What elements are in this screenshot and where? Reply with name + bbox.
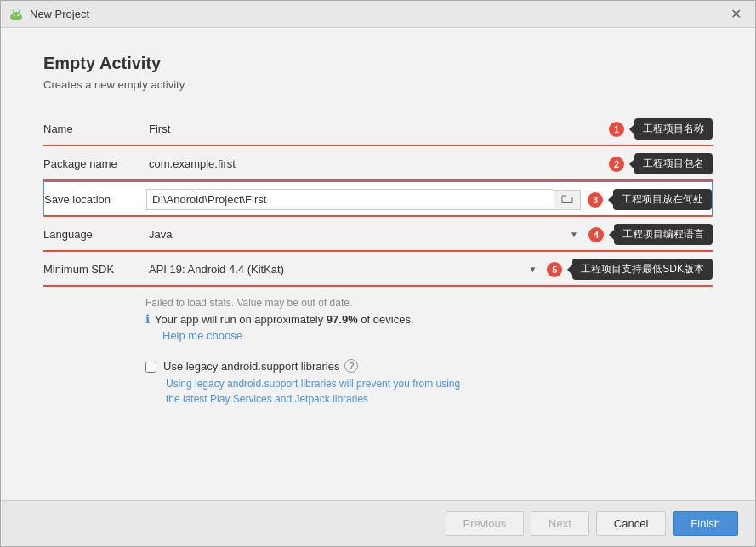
sdk-badge: 5 bbox=[547, 262, 562, 277]
package-badge: 2 bbox=[609, 157, 624, 172]
package-label: Package name bbox=[43, 157, 145, 170]
help-me-choose-link[interactable]: Help me choose bbox=[162, 329, 242, 342]
next-button[interactable]: Next bbox=[531, 511, 589, 536]
legacy-checkbox-label: Use legacy android.support libraries ? bbox=[163, 359, 358, 373]
svg-point-4 bbox=[14, 14, 15, 16]
sdk-info-section: Failed to load stats. Value may be out o… bbox=[43, 297, 713, 342]
sdk-select[interactable]: API 19: Android 4.4 (KitKat) API 21: And… bbox=[145, 261, 540, 277]
legacy-checkbox-row: Use legacy android.support libraries ? bbox=[145, 359, 713, 373]
info-icon: ℹ bbox=[145, 312, 150, 326]
save-label: Save location bbox=[44, 193, 146, 206]
name-field bbox=[145, 121, 602, 137]
language-label: Language bbox=[43, 228, 145, 241]
package-field bbox=[145, 156, 602, 172]
sdk-info-text: Your app will run on approximately 97.9%… bbox=[155, 313, 414, 326]
android-icon bbox=[9, 8, 23, 21]
sdk-percent: 97.9% bbox=[327, 313, 358, 326]
language-select[interactable]: Java Kotlin bbox=[145, 226, 582, 242]
sdk-devices-row: ℹ Your app will run on approximately 97.… bbox=[145, 312, 713, 326]
save-tooltip: 工程项目放在何处 bbox=[613, 189, 712, 210]
save-field bbox=[146, 189, 581, 210]
name-label: Name bbox=[43, 123, 145, 135]
language-tooltip: 工程项目编程语言 bbox=[614, 224, 713, 245]
sdk-row: Minimum SDK API 19: Android 4.4 (KitKat)… bbox=[43, 252, 713, 287]
sdk-select-wrapper: API 19: Android 4.4 (KitKat) API 21: And… bbox=[145, 261, 540, 277]
sdk-label: Minimum SDK bbox=[43, 263, 145, 276]
svg-rect-1 bbox=[11, 14, 21, 20]
legacy-checkbox[interactable] bbox=[145, 362, 156, 373]
language-row: Language Java Kotlin ▼ 4 工程项目编程语言 bbox=[43, 217, 713, 252]
svg-line-6 bbox=[13, 10, 14, 12]
folder-icon bbox=[561, 194, 573, 204]
legacy-help-icon[interactable]: ? bbox=[344, 359, 358, 373]
package-input[interactable] bbox=[145, 156, 602, 172]
dialog-window: New Project ✕ Empty Activity Creates a n… bbox=[0, 0, 756, 547]
svg-line-7 bbox=[19, 10, 20, 12]
page-title: Empty Activity bbox=[43, 54, 713, 73]
finish-button[interactable]: Finish bbox=[673, 511, 738, 536]
name-row: Name 1 工程项目名称 bbox=[43, 111, 713, 146]
cancel-button[interactable]: Cancel bbox=[596, 511, 666, 536]
svg-point-5 bbox=[18, 14, 20, 16]
sdk-tooltip: 工程项目支持最低SDK版本 bbox=[572, 259, 713, 280]
svg-rect-3 bbox=[20, 15, 22, 19]
dialog-content: Empty Activity Creates a new empty activ… bbox=[1, 28, 755, 500]
package-row: Package name 2 工程项目包名 bbox=[43, 146, 713, 181]
name-tooltip: 工程项目名称 bbox=[634, 118, 713, 140]
close-button[interactable]: ✕ bbox=[725, 4, 747, 24]
save-input[interactable] bbox=[146, 189, 554, 210]
sdk-warning: Failed to load stats. Value may be out o… bbox=[145, 297, 713, 309]
previous-button[interactable]: Previous bbox=[446, 511, 525, 536]
folder-button[interactable] bbox=[554, 190, 581, 210]
legacy-section: Use legacy android.support libraries ? U… bbox=[43, 359, 713, 407]
window-title: New Project bbox=[30, 8, 89, 20]
save-badge: 3 bbox=[588, 192, 603, 208]
language-select-wrapper: Java Kotlin ▼ bbox=[145, 226, 582, 242]
svg-rect-2 bbox=[10, 15, 12, 19]
legacy-hint: Using legacy android.support libraries w… bbox=[166, 376, 713, 407]
name-input[interactable] bbox=[145, 121, 602, 137]
language-badge: 4 bbox=[588, 227, 604, 242]
package-tooltip: 工程项目包名 bbox=[634, 153, 713, 174]
title-bar: New Project ✕ bbox=[1, 1, 755, 28]
title-bar-left: New Project bbox=[9, 8, 89, 21]
page-subtitle: Creates a new empty activity bbox=[43, 78, 713, 91]
name-badge: 1 bbox=[609, 122, 624, 137]
save-location-row: Save location 3 工程项目放在何处 bbox=[43, 181, 713, 217]
dialog-footer: Previous Next Cancel Finish bbox=[1, 500, 755, 546]
